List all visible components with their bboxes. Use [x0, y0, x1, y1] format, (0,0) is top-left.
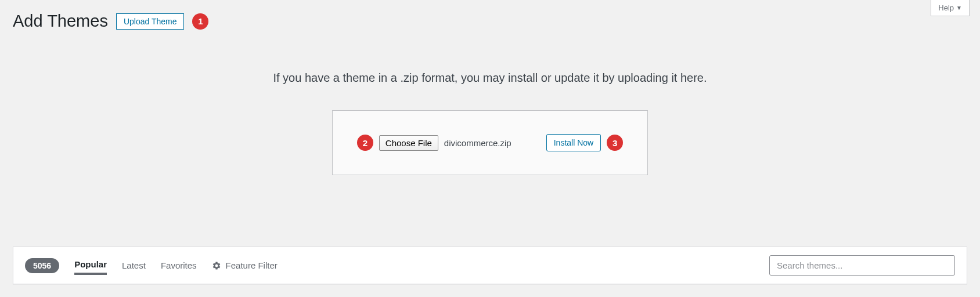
gear-icon — [212, 261, 221, 270]
selected-filename: divicommerce.zip — [444, 138, 511, 148]
feature-filter-button[interactable]: Feature Filter — [212, 260, 278, 270]
theme-count-pill: 5056 — [25, 258, 59, 273]
install-now-button[interactable]: Install Now — [546, 134, 601, 151]
feature-filter-label: Feature Filter — [226, 260, 278, 270]
filter-latest[interactable]: Latest — [122, 257, 146, 274]
page-title: Add Themes — [13, 12, 108, 31]
annotation-badge-2: 2 — [357, 135, 373, 151]
install-section: Install Now 3 — [546, 134, 623, 151]
upload-theme-button[interactable]: Upload Theme — [116, 13, 185, 30]
filter-favorites[interactable]: Favorites — [161, 257, 197, 274]
upload-instruction: If you have a theme in a .zip format, yo… — [12, 71, 968, 85]
filter-bar: 5056 Popular Latest Favorites Feature Fi… — [13, 247, 967, 284]
help-label: Help — [938, 3, 954, 12]
filter-popular[interactable]: Popular — [74, 256, 107, 275]
chevron-down-icon: ▼ — [956, 5, 962, 11]
search-themes-input[interactable] — [769, 255, 955, 276]
file-section: 2 Choose File divicommerce.zip — [357, 135, 511, 151]
choose-file-button[interactable]: Choose File — [379, 135, 438, 151]
annotation-badge-1: 1 — [192, 13, 208, 30]
upload-form: 2 Choose File divicommerce.zip Install N… — [332, 110, 648, 175]
upload-area: If you have a theme in a .zip format, yo… — [0, 37, 980, 198]
annotation-badge-3: 3 — [607, 135, 623, 151]
page-header: Add Themes Upload Theme 1 — [0, 0, 980, 37]
help-tab[interactable]: Help ▼ — [931, 0, 970, 16]
